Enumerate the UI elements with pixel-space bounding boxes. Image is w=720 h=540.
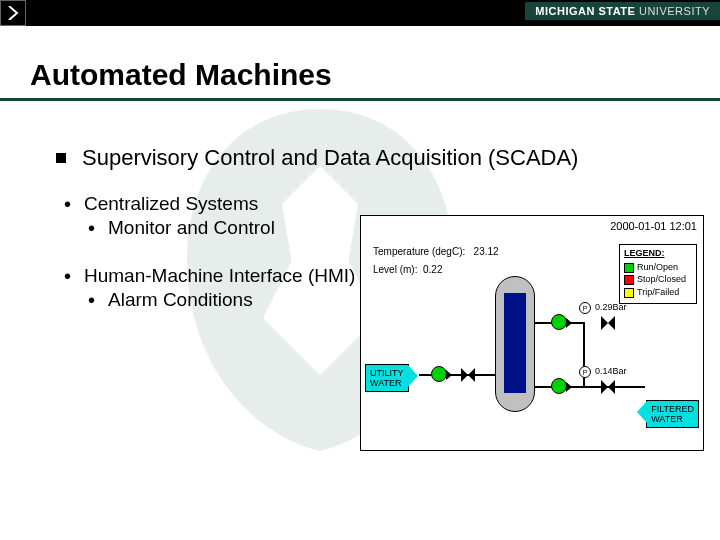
level-value: 0.22 xyxy=(423,264,442,275)
legend-run: Run/Open xyxy=(637,262,678,274)
pump-icon xyxy=(431,366,447,382)
utility-water-label: UTILITY WATER xyxy=(365,364,409,392)
pressure-reading-2: 0.14Bar xyxy=(595,366,627,376)
temp-label: Temperature (degC): xyxy=(373,246,465,257)
level-label: Level (m): xyxy=(373,264,417,275)
chevron-right-icon xyxy=(0,0,26,26)
level-reading: Level (m): 0.22 xyxy=(373,264,442,275)
pressure-gauge-icon: P xyxy=(579,302,591,314)
scada-diagram: 2000-01-01 12:01 Temperature (degC): 23.… xyxy=(360,215,704,451)
filtered-water-label: FILTERED WATER xyxy=(646,400,699,428)
legend-trip: Trip/Failed xyxy=(637,287,679,299)
header-bar: MICHIGAN STATE UNIVERSITY xyxy=(0,0,720,26)
pressure-reading-1: 0.29Bar xyxy=(595,302,627,312)
brand-bold: MICHIGAN STATE xyxy=(535,5,635,17)
legend-box: LEGEND: Run/Open Stop/Closed Trip/Failed xyxy=(619,244,697,304)
valve-icon xyxy=(461,368,475,382)
valve-icon xyxy=(601,380,615,394)
legend-swatch-red xyxy=(624,275,634,285)
valve-icon xyxy=(601,316,615,330)
vessel-icon xyxy=(495,276,535,412)
sub-sub-bullet: Monitor and Control xyxy=(64,217,356,239)
slide-title: Automated Machines xyxy=(0,26,720,98)
left-column: Centralized Systems Monitor and Control … xyxy=(56,193,356,311)
main-bullet-text: Supervisory Control and Data Acquisition… xyxy=(82,143,578,173)
sub-bullet: Human-Machine Interface (HMI) xyxy=(64,265,356,287)
main-bullet: Supervisory Control and Data Acquisition… xyxy=(56,143,700,173)
university-brand: MICHIGAN STATE UNIVERSITY xyxy=(525,2,720,20)
sub-bullet: Centralized Systems xyxy=(64,193,356,215)
sub-bullet-group-2: Human-Machine Interface (HMI) Alarm Cond… xyxy=(64,265,356,311)
pipe xyxy=(583,322,585,388)
temperature-reading: Temperature (degC): 23.12 xyxy=(373,246,499,257)
legend-swatch-green xyxy=(624,263,634,273)
sub-sub-bullet: Alarm Conditions xyxy=(64,289,356,311)
pump-icon xyxy=(551,378,567,394)
temp-value: 23.12 xyxy=(474,246,499,257)
pressure-gauge-icon: P xyxy=(579,366,591,378)
vessel-fill xyxy=(504,293,526,393)
legend-stop: Stop/Closed xyxy=(637,274,686,286)
pump-icon xyxy=(551,314,567,330)
sub-bullet-group-1: Centralized Systems Monitor and Control xyxy=(64,193,356,239)
legend-swatch-yellow xyxy=(624,288,634,298)
diagram-timestamp: 2000-01-01 12:01 xyxy=(610,220,697,232)
brand-light: UNIVERSITY xyxy=(639,5,710,17)
legend-title: LEGEND: xyxy=(624,248,692,260)
square-bullet-icon xyxy=(56,153,66,163)
